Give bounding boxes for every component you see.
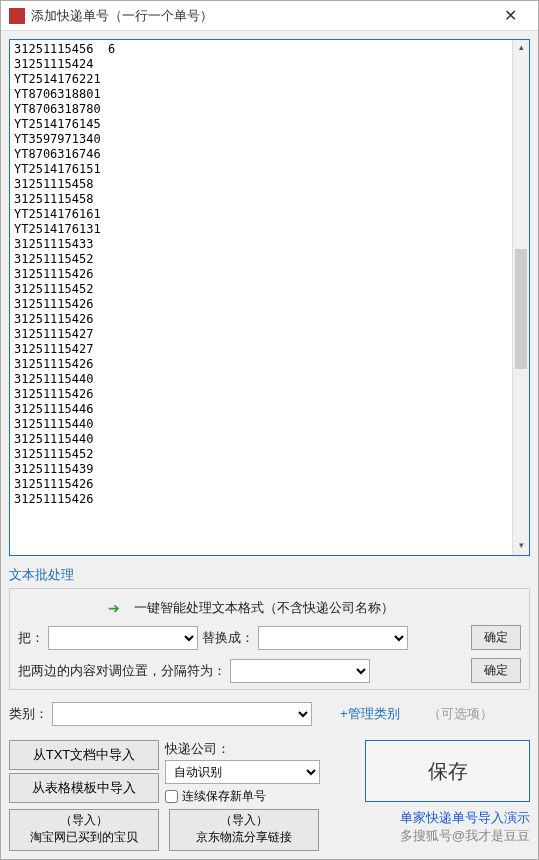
replace-to-label: 替换成：	[202, 629, 254, 647]
import-label: （导入）	[220, 812, 268, 829]
jd-label: 京东物流分享链接	[196, 829, 292, 846]
continuous-save-row: 连续保存新单号	[165, 788, 359, 805]
taobao-label: 淘宝网已买到的宝贝	[30, 829, 138, 846]
app-icon	[9, 8, 25, 24]
scroll-thumb[interactable]	[515, 249, 527, 369]
content-area: ▴ ▾ 文本批处理 ➔ 一键智能处理文本格式（不含快递公司名称） 把： 替换成：…	[1, 31, 538, 859]
company-label: 快递公司：	[165, 740, 359, 758]
bottom-area: 从TXT文档中导入 从表格模板中导入 快递公司： 自动识别 连续保存新单号 保存	[9, 740, 530, 805]
smart-format-row: ➔ 一键智能处理文本格式（不含快递公司名称）	[18, 599, 521, 617]
import-taobao-button[interactable]: （导入） 淘宝网已买到的宝贝	[9, 809, 159, 851]
import-buttons-col: 从TXT文档中导入 从表格模板中导入	[9, 740, 159, 805]
swap-label: 把两边的内容对调位置，分隔符为：	[18, 662, 226, 680]
swap-row: 把两边的内容对调位置，分隔符为： 确定	[18, 658, 521, 683]
import-jd-button[interactable]: （导入） 京东物流分享链接	[169, 809, 319, 851]
close-button[interactable]: ✕	[490, 6, 530, 25]
scroll-down-icon[interactable]: ▾	[513, 538, 529, 555]
replace-from-input[interactable]	[48, 626, 198, 650]
demo-link[interactable]: 单家快递单号导入演示	[400, 809, 530, 827]
continuous-save-checkbox[interactable]	[165, 790, 178, 803]
batch-section-label: 文本批处理	[9, 566, 530, 584]
window-title: 添加快递单号（一行一个单号）	[31, 7, 490, 25]
replace-to-input[interactable]	[258, 626, 408, 650]
company-area: 快递公司： 自动识别 连续保存新单号	[165, 740, 359, 805]
replace-confirm-button[interactable]: 确定	[471, 625, 521, 650]
tracking-textarea-wrap: ▴ ▾	[9, 39, 530, 556]
scroll-up-icon[interactable]: ▴	[513, 40, 529, 57]
titlebar: 添加快递单号（一行一个单号） ✕	[1, 1, 538, 31]
category-label: 类别：	[9, 705, 48, 723]
replace-row: 把： 替换成： 确定	[18, 625, 521, 650]
optional-label: （可选项）	[428, 705, 493, 723]
tracking-input[interactable]	[10, 40, 512, 555]
scroll-track[interactable]	[513, 57, 529, 538]
import-sheet-button[interactable]: 从表格模板中导入	[9, 773, 159, 803]
batch-groupbox: ➔ 一键智能处理文本格式（不含快递公司名称） 把： 替换成： 确定 把两边的内容…	[9, 588, 530, 690]
scrollbar[interactable]: ▴ ▾	[512, 40, 529, 555]
smart-format-label[interactable]: 一键智能处理文本格式（不含快递公司名称）	[134, 599, 394, 617]
save-button[interactable]: 保存	[365, 740, 530, 802]
app-window: 添加快递单号（一行一个单号） ✕ ▴ ▾ 文本批处理 ➔ 一键智能处理文本格式（…	[0, 0, 539, 860]
company-select[interactable]: 自动识别	[165, 760, 320, 784]
footer: （导入） 淘宝网已买到的宝贝 （导入） 京东物流分享链接 单家快递单号导入演示 …	[9, 809, 530, 851]
import-txt-button[interactable]: 从TXT文档中导入	[9, 740, 159, 770]
category-row: 类别： +管理类别 （可选项）	[9, 702, 530, 726]
footer-links: 单家快递单号导入演示 多搜狐号@我才是豆豆	[400, 809, 530, 845]
import-label: （导入）	[60, 812, 108, 829]
swap-delimiter-input[interactable]	[230, 659, 370, 683]
swap-confirm-button[interactable]: 确定	[471, 658, 521, 683]
manage-category-link[interactable]: +管理类别	[340, 705, 400, 723]
replace-from-label: 把：	[18, 629, 44, 647]
category-select[interactable]	[52, 702, 312, 726]
watermark-text: 多搜狐号@我才是豆豆	[400, 827, 530, 845]
continuous-save-label: 连续保存新单号	[182, 788, 266, 805]
arrow-right-icon: ➔	[108, 600, 120, 616]
